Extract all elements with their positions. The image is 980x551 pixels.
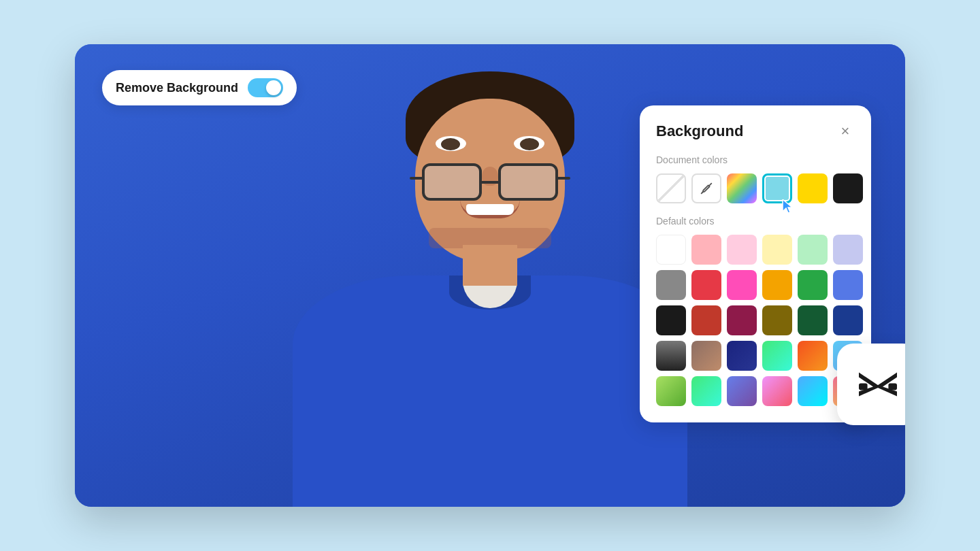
swatch-blue[interactable] bbox=[833, 270, 863, 300]
toggle-knob bbox=[266, 80, 281, 95]
swatch-black[interactable] bbox=[833, 173, 863, 203]
swatch-gradient-multi[interactable] bbox=[727, 173, 757, 203]
capcut-icon bbox=[854, 361, 902, 408]
swatch-grad-mint[interactable] bbox=[691, 376, 721, 406]
background-panel: Background × Document colors bbox=[640, 105, 871, 422]
swatch-dark-grad2[interactable] bbox=[691, 341, 721, 371]
swatch-light-green[interactable] bbox=[798, 235, 828, 265]
person-neck bbox=[463, 245, 517, 286]
swatch-dark-pink[interactable] bbox=[727, 305, 757, 335]
swatch-grad-purple[interactable] bbox=[727, 376, 757, 406]
eyedropper-icon bbox=[699, 181, 714, 196]
remove-bg-label: Remove Background bbox=[116, 81, 238, 95]
swatch-hot-pink[interactable] bbox=[727, 270, 757, 300]
swatch-light-yellow[interactable] bbox=[762, 235, 792, 265]
swatch-orange[interactable] bbox=[762, 270, 792, 300]
swatch-dark-yellow[interactable] bbox=[762, 305, 792, 335]
doc-colors-label: Document colors bbox=[656, 154, 855, 165]
swatch-transparent[interactable] bbox=[656, 173, 686, 203]
capcut-logo bbox=[837, 344, 905, 425]
svg-line-0 bbox=[702, 193, 703, 194]
person-shirt bbox=[293, 276, 687, 507]
default-colors-grid bbox=[656, 235, 855, 406]
swatch-grad-orange[interactable] bbox=[798, 341, 828, 371]
swatch-grad-pink-purple[interactable] bbox=[762, 376, 792, 406]
swatch-light-pink[interactable] bbox=[691, 235, 721, 265]
svg-rect-3 bbox=[859, 384, 868, 390]
swatch-grad-teal[interactable] bbox=[762, 341, 792, 371]
swatch-white[interactable] bbox=[656, 235, 686, 265]
swatch-dark-grad1[interactable] bbox=[656, 341, 686, 371]
swatch-eyedropper[interactable] bbox=[691, 173, 721, 203]
svg-marker-1 bbox=[783, 199, 792, 213]
swatch-dark-green[interactable] bbox=[798, 305, 828, 335]
swatch-grad-cyan[interactable] bbox=[798, 376, 828, 406]
swatch-dark-grad3[interactable] bbox=[727, 341, 757, 371]
main-card: Remove Background Background × Document … bbox=[75, 44, 905, 507]
swatch-yellow[interactable] bbox=[798, 173, 828, 203]
cursor-arrow-icon bbox=[781, 199, 798, 216]
remove-bg-toggle[interactable] bbox=[248, 78, 283, 97]
svg-rect-2 bbox=[888, 384, 897, 390]
swatch-dark-red[interactable] bbox=[691, 305, 721, 335]
panel-header: Background × bbox=[656, 122, 855, 141]
swatch-cyan-wrapper bbox=[762, 173, 792, 203]
swatch-gray[interactable] bbox=[656, 270, 686, 300]
swatch-red[interactable] bbox=[691, 270, 721, 300]
swatch-grad-green[interactable] bbox=[656, 376, 686, 406]
close-button[interactable]: × bbox=[836, 122, 855, 141]
swatch-light-purple[interactable] bbox=[833, 235, 863, 265]
doc-colors-row bbox=[656, 173, 855, 203]
default-colors-label: Default colors bbox=[656, 216, 855, 227]
person-glasses bbox=[422, 163, 558, 201]
remove-bg-toggle-container: Remove Background bbox=[102, 70, 297, 105]
panel-title: Background bbox=[656, 122, 743, 140]
swatch-dark-blue[interactable] bbox=[833, 305, 863, 335]
swatch-pink[interactable] bbox=[727, 235, 757, 265]
swatch-black-dark[interactable] bbox=[656, 305, 686, 335]
swatch-green[interactable] bbox=[798, 270, 828, 300]
